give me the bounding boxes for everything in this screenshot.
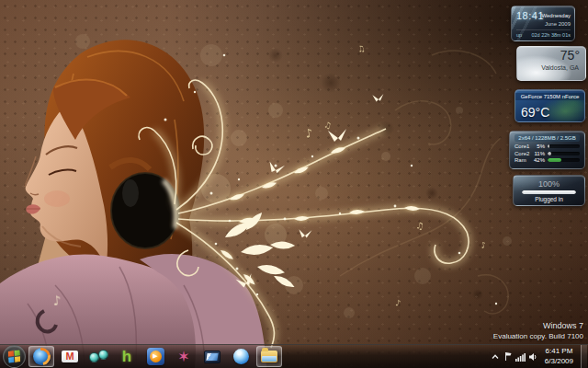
cpu-row-bar-track: [548, 158, 580, 162]
tray-time: 6:41 PM: [545, 347, 573, 356]
desktop-wallpaper: ♪ ♫ ♪ ♫ ♪ ♪ ♫ 18:41 Wednesday June 2009 …: [0, 0, 588, 368]
show-hidden-icons[interactable]: [490, 350, 501, 364]
firefox-icon: [33, 348, 51, 365]
folder-icon: [261, 351, 277, 362]
water-drop-icon: [233, 349, 249, 364]
gpu-temperature: 69°C: [521, 105, 549, 120]
weather-temperature: 75°: [560, 48, 580, 63]
cpu-row-label: Core2: [514, 151, 530, 156]
svg-text:♫: ♫: [415, 220, 425, 231]
windows-eval-watermark: Windows 7 Evaluation copy. Build 7100: [493, 321, 583, 341]
cpu-row-bar-fill: [548, 144, 549, 148]
battery-gadget[interactable]: 100% Plugged in: [513, 175, 585, 206]
taskbar-digsby-button[interactable]: [85, 346, 111, 367]
svg-text:♫: ♫: [322, 120, 332, 131]
taskbar-hulu-button[interactable]: h: [114, 346, 140, 367]
uptime-value: 02d 22h 38m 01s: [531, 32, 571, 38]
play-badge-icon-char: ▶: [150, 351, 162, 362]
gmail-icon: M: [62, 351, 78, 362]
cpu-meter-gadget[interactable]: 2x64 / 1228MB / 2.5GB Core15%Core211%Ram…: [509, 131, 585, 169]
volume-speaker-icon[interactable]: [528, 350, 539, 364]
clock-month-year: June 2009: [541, 20, 571, 29]
action-center-flag-icon[interactable]: [503, 350, 514, 364]
cpu-meter-header: 2x64 / 1228MB / 2.5GB: [514, 134, 580, 142]
hulu-icon: h: [122, 349, 131, 364]
cpu-row-bar-track: [548, 144, 580, 148]
uptime-label: up: [516, 32, 522, 38]
tray-icons: [490, 350, 539, 364]
cpu-meter-row-core2: Core211%: [514, 151, 580, 156]
hulu-icon-char: h: [122, 349, 131, 364]
watermark-line2: Evaluation copy. Build 7100: [493, 332, 583, 341]
gpu-temp-gadget[interactable]: GeForce 7150M nForce 69°C: [514, 89, 585, 122]
network-signal-icon[interactable]: [515, 350, 526, 364]
pink-star-icon-char: ✶: [177, 350, 189, 364]
cpu-meter-row-core1: Core15%: [514, 144, 580, 149]
show-desktop-button[interactable]: [581, 345, 587, 368]
taskbar-desktop-app-button[interactable]: [199, 346, 225, 367]
taskbar: Mh▶✶ 6:41 PM 6/3/2009: [0, 344, 588, 368]
taskbar-gmail-button[interactable]: M: [57, 346, 83, 367]
taskbar-media-player-button[interactable]: ▶: [142, 346, 168, 367]
svg-text:♪: ♪: [304, 126, 314, 141]
play-badge-icon: ▶: [147, 348, 164, 365]
monitor-icon: [204, 351, 220, 363]
battery-bar-track: [522, 190, 576, 194]
svg-text:♪: ♪: [52, 293, 62, 308]
cpu-row-label: Core1: [514, 144, 530, 149]
clock-gadget[interactable]: 18:41 Wednesday June 2009 up 02d 22h 38m…: [511, 6, 575, 41]
taskbar-rainmeter-button[interactable]: [228, 346, 254, 367]
cpu-row-bar-track: [548, 152, 580, 155]
digsby-icon: [89, 350, 108, 363]
cpu-meter-rows: Core15%Core211%Ram42%: [510, 144, 584, 163]
taskbar-geometric-app-button[interactable]: ✶: [171, 346, 197, 367]
weather-location: Valdosta, GA: [541, 64, 579, 71]
weather-gadget[interactable]: 75° Valdosta, GA: [516, 46, 586, 81]
taskbar-firefox-button[interactable]: [28, 346, 54, 367]
cpu-row-bar-fill: [548, 152, 551, 155]
taskbar-explorer-button[interactable]: [256, 346, 282, 367]
cpu-meter-row-ram: Ram42%: [514, 157, 580, 163]
cpu-row-value: 11%: [533, 151, 545, 156]
taskbar-app-icons: Mh▶✶: [0, 345, 282, 368]
battery-percent: 100%: [514, 179, 584, 189]
battery-bar-fill: [522, 190, 576, 194]
gpu-name: GeForce 7150M nForce: [515, 93, 584, 100]
cpu-row-label: Ram: [514, 157, 530, 163]
clock-time: 18:41: [516, 10, 544, 21]
battery-status: Plugged in: [514, 196, 584, 202]
system-tray: 6:41 PM 6/3/2009: [490, 345, 588, 368]
windows-flag-icon: [8, 350, 21, 363]
watermark-line1: Windows 7: [493, 321, 583, 332]
wallpaper-artwork: ♪ ♫ ♪ ♫ ♪ ♪ ♫: [0, 0, 588, 368]
tray-date: 6/3/2009: [545, 357, 573, 366]
cpu-row-value: 42%: [533, 157, 545, 163]
cpu-row-bar-fill: [548, 158, 561, 162]
svg-text:♪: ♪: [480, 240, 487, 250]
cpu-row-value: 5%: [533, 144, 545, 149]
svg-text:♪: ♪: [395, 298, 401, 308]
clock-day: Wednesday: [541, 12, 571, 20]
start-button[interactable]: [3, 345, 26, 368]
svg-text:♫: ♫: [356, 43, 366, 54]
wallpaper-art-svg: ♪ ♫ ♪ ♫ ♪ ♪ ♫: [0, 0, 588, 368]
tray-clock[interactable]: 6:41 PM 6/3/2009: [545, 347, 573, 366]
gmail-icon-char: M: [65, 351, 74, 362]
pink-star-icon: ✶: [177, 350, 189, 364]
